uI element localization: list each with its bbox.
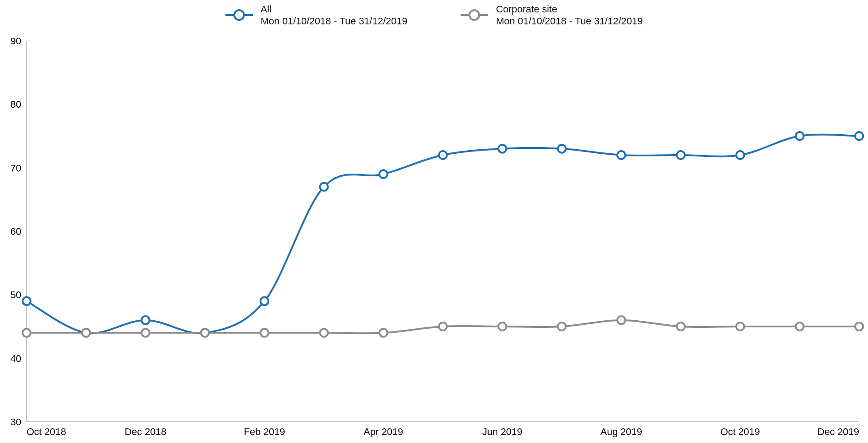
data-point[interactable] — [558, 145, 566, 153]
data-point[interactable] — [796, 132, 804, 140]
data-point[interactable] — [498, 145, 506, 153]
legend-item-1[interactable]: Corporate siteMon 01/10/2018 - Tue 31/12… — [461, 3, 643, 27]
data-point[interactable] — [558, 323, 566, 330]
data-point[interactable] — [23, 329, 31, 337]
x-tick-label: Feb 2019 — [244, 426, 285, 437]
data-point[interactable] — [201, 329, 209, 337]
x-tick-label: Oct 2018 — [27, 426, 66, 437]
data-point[interactable] — [617, 151, 625, 159]
data-point[interactable] — [82, 329, 90, 337]
legend-label-1: Corporate siteMon 01/10/2018 - Tue 31/12… — [496, 3, 643, 27]
x-tick-label: Oct 2019 — [721, 426, 760, 437]
data-point[interactable] — [320, 329, 328, 337]
data-point[interactable] — [736, 323, 744, 330]
x-tick-label: Apr 2019 — [364, 426, 403, 437]
x-tick-label: Jun 2019 — [482, 426, 523, 437]
data-point[interactable] — [380, 329, 388, 337]
data-point[interactable] — [142, 316, 150, 324]
data-point[interactable] — [736, 151, 744, 159]
data-point[interactable] — [855, 323, 863, 330]
x-tick-label: Dec 2018 — [124, 426, 166, 437]
data-point[interactable] — [23, 297, 31, 305]
data-point[interactable] — [677, 151, 685, 159]
y-tick-label: 80 — [11, 99, 21, 110]
data-point[interactable] — [855, 132, 863, 140]
y-tick-label: 40 — [11, 353, 21, 364]
y-tick-label: 60 — [11, 226, 21, 237]
x-tick-label: Dec 2019 — [818, 426, 859, 437]
y-tick-label: 70 — [11, 163, 21, 174]
plot-area: 30405060708090Oct 2018Dec 2018Feb 2019Ap… — [27, 41, 859, 422]
data-point[interactable] — [498, 323, 506, 330]
y-tick-label: 90 — [11, 35, 21, 47]
y-tick-label: 50 — [11, 289, 21, 300]
data-point[interactable] — [617, 316, 625, 324]
series-line-0 — [27, 135, 859, 333]
data-point[interactable] — [677, 323, 685, 330]
data-point[interactable] — [260, 297, 268, 305]
data-point[interactable] — [380, 170, 388, 178]
data-point[interactable] — [439, 323, 447, 330]
data-point[interactable] — [439, 151, 447, 159]
data-point[interactable] — [796, 323, 804, 330]
y-tick-label: 30 — [11, 416, 21, 427]
legend-swatch-1 — [461, 10, 488, 20]
legend: AllMon 01/10/2018 - Tue 31/12/2019Corpor… — [0, 2, 868, 28]
data-point[interactable] — [260, 329, 268, 337]
legend-item-0[interactable]: AllMon 01/10/2018 - Tue 31/12/2019 — [225, 3, 407, 27]
legend-label-0: AllMon 01/10/2018 - Tue 31/12/2019 — [261, 3, 407, 27]
legend-swatch-0 — [225, 10, 253, 20]
data-point[interactable] — [320, 183, 328, 191]
data-point[interactable] — [142, 329, 150, 337]
x-tick-label: Aug 2019 — [601, 426, 642, 437]
